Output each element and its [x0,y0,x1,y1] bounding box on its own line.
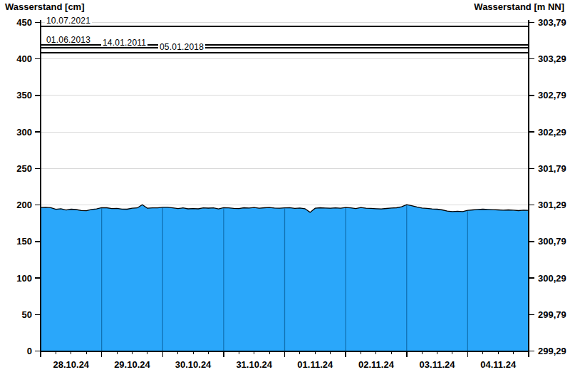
flood-mark-label: 14.01.2011 [101,39,147,47]
right-tick-label: 302,79 [538,90,566,100]
right-tick-label: 303,79 [538,17,566,28]
date-label: 02.11.24 [358,359,395,370]
date-label: 03.11.24 [420,359,456,370]
left-tick-label: 0 [27,346,32,356]
left-tick-label: 50 [22,309,32,320]
date-label: 04.11.24 [480,359,517,370]
flood-mark-label: 10.07.2021 [45,17,92,25]
left-tick-label: 200 [16,200,32,210]
right-tick-label: 300,79 [538,236,566,247]
flood-mark-label: 05.01.2018 [158,43,205,51]
right-tick-label: 300,29 [538,273,566,284]
date-label: 29.10.24 [114,359,150,370]
date-label: 31.10.24 [236,359,272,370]
left-tick-label: 400 [16,53,32,64]
left-tick-label: 350 [16,90,32,100]
flood-mark-label: 01.06.2013 [45,36,92,44]
date-label: 30.10.24 [175,359,212,370]
left-tick-label: 150 [16,236,32,247]
right-tick-label: 302,29 [538,127,566,138]
left-tick-label: 450 [16,17,32,28]
right-tick-label: 301,29 [538,200,566,210]
plot-area: 0299,2950299,79100300,29150300,79200301,… [0,0,570,392]
right-tick-label: 301,79 [538,163,566,174]
right-tick-label: 299,79 [538,309,566,320]
left-tick-label: 100 [16,273,32,284]
left-tick-label: 300 [16,127,32,138]
left-tick-label: 250 [16,163,32,174]
right-tick-label: 299,29 [538,346,566,356]
date-label: 28.10.24 [53,359,90,370]
right-tick-label: 303,29 [538,53,566,64]
date-label: 01.11.24 [297,359,333,370]
